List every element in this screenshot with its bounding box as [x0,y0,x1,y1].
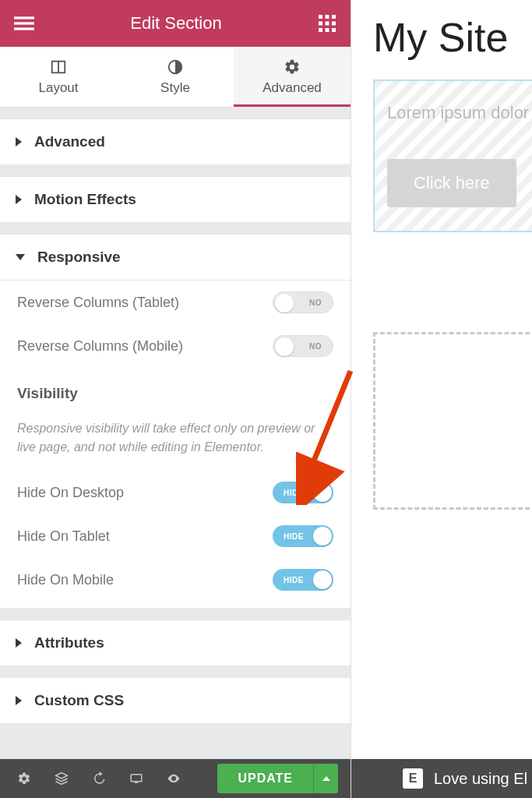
toggle-state: NO [309,342,322,351]
svg-rect-7 [326,22,329,26]
hidden-widget[interactable]: Lorem ipsum dolor sit Click here [373,79,532,232]
chevron-right-icon [16,638,22,648]
panel-title: Edit Section [130,13,221,34]
toggle-state: HIDE [284,489,304,497]
toggle-state: HIDE [284,576,304,584]
svg-rect-10 [326,28,329,32]
settings-icon[interactable] [8,759,41,798]
footer-text: Love using El [434,770,527,788]
canvas-preview: My Site Lorem ipsum dolor sit Click here… [351,0,532,798]
gear-icon [284,58,301,76]
svg-rect-1 [14,22,34,24]
tab-label: Layout [38,80,78,96]
toggle-knob [275,337,294,356]
svg-rect-11 [332,28,336,32]
chevron-down-icon [16,254,25,260]
update-dropdown[interactable] [313,764,338,793]
apps-icon[interactable] [318,14,336,33]
control-label: Hide On Tablet [17,528,110,545]
empty-drop-zone[interactable] [373,332,532,510]
section-label: Custom CSS [34,692,124,709]
control-reverse-tablet: Reverse Columns (Tablet) NO [0,281,351,324]
svg-rect-16 [135,782,139,784]
control-label: Reverse Columns (Tablet) [17,295,179,311]
toggle-knob [313,570,332,589]
elementor-badge-icon: E [403,768,423,789]
contrast-icon [167,58,184,76]
visibility-note: Responsive visibility will take effect o… [0,410,351,471]
chevron-right-icon [16,195,22,204]
responsive-icon[interactable] [120,759,153,798]
editor-panel: Edit Section Layout Style Advanced [0,0,351,798]
control-reverse-mobile: Reverse Columns (Mobile) NO [0,324,351,368]
svg-rect-0 [14,16,34,19]
toggle-knob [313,483,332,502]
svg-rect-2 [14,27,34,30]
preview-footer: E Love using El [351,759,532,798]
tab-style[interactable]: Style [117,47,234,107]
caret-up-icon [322,776,330,781]
toggle-state: HIDE [284,532,304,541]
menu-icon[interactable] [14,13,34,34]
tab-label: Style [160,80,190,96]
update-button[interactable]: UPDATE [217,764,313,793]
svg-rect-6 [319,22,322,26]
chevron-right-icon [16,137,22,147]
control-label: Hide On Mobile [17,572,114,588]
responsive-body: Reverse Columns (Tablet) NO Reverse Colu… [0,281,351,609]
panel-body: Advanced Motion Effects Responsive Rever… [0,108,351,759]
section-motion-effects[interactable]: Motion Effects [0,176,351,223]
control-label: Hide On Desktop [17,485,124,501]
update-group: UPDATE [217,764,338,793]
panel-header: Edit Section [0,0,351,47]
tab-layout[interactable]: Layout [0,47,117,107]
preview-icon[interactable] [157,759,190,798]
control-hide-mobile: Hide On Mobile HIDE [0,558,351,602]
widget-text: Lorem ipsum dolor sit [387,103,530,123]
chevron-right-icon [16,696,22,705]
control-hide-tablet: Hide On Tablet HIDE [0,514,351,558]
tabs: Layout Style Advanced [0,47,351,108]
section-attributes[interactable]: Attributes [0,620,351,666]
tab-advanced[interactable]: Advanced [234,47,351,107]
control-label: Reverse Columns (Mobile) [17,338,183,355]
toggle-hide-tablet[interactable]: HIDE [273,525,333,547]
toggle-hide-desktop[interactable]: HIDE [273,482,333,503]
svg-rect-5 [332,15,336,19]
toggle-knob [313,527,332,546]
section-label: Responsive [37,249,121,266]
toggle-reverse-tablet[interactable]: NO [273,291,333,313]
history-icon[interactable] [83,759,115,798]
svg-rect-3 [319,15,322,19]
control-hide-desktop: Hide On Desktop HIDE [0,471,351,514]
visibility-heading: Visibility [0,368,351,410]
columns-icon [50,58,67,76]
toggle-reverse-mobile[interactable]: NO [273,335,333,357]
tab-label: Advanced [262,80,322,96]
widget-button[interactable]: Click here [387,159,516,207]
toggle-hide-mobile[interactable]: HIDE [273,569,333,591]
panel-footer: UPDATE [0,759,351,798]
section-advanced[interactable]: Advanced [0,118,351,165]
svg-rect-8 [332,22,336,26]
layers-icon[interactable] [45,759,78,798]
site-title: My Site [373,14,532,61]
toggle-state: NO [309,298,322,307]
svg-rect-15 [131,775,142,782]
section-label: Attributes [34,634,104,651]
svg-rect-4 [326,15,329,19]
svg-rect-9 [319,28,322,32]
section-label: Advanced [34,133,105,150]
section-custom-css[interactable]: Custom CSS [0,677,351,724]
section-label: Motion Effects [34,191,136,208]
section-responsive[interactable]: Responsive [0,234,351,281]
toggle-knob [275,294,294,312]
